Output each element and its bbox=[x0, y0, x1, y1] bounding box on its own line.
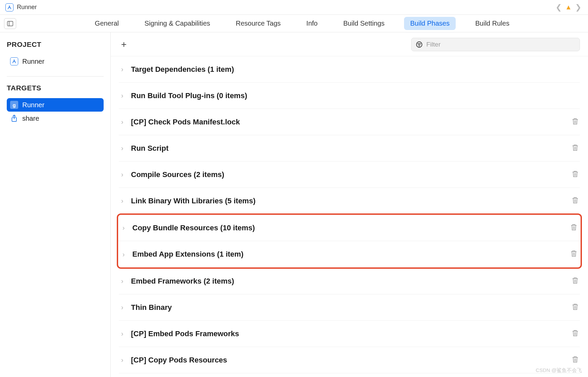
chevron-right-icon[interactable]: › bbox=[119, 330, 126, 338]
tab-build-phases[interactable]: Build Phases bbox=[404, 17, 456, 30]
chevron-right-icon[interactable]: › bbox=[119, 144, 126, 152]
phase-label: Thin Binary bbox=[131, 303, 565, 312]
app-icon bbox=[5, 3, 14, 11]
delete-phase-button[interactable] bbox=[570, 328, 580, 340]
build-phase-list: › Target Dependencies (1 item) › Run Bui… bbox=[111, 56, 588, 377]
tab-signing[interactable]: Signing & Capabilities bbox=[138, 17, 216, 30]
phase-label: Copy Bundle Resources (10 items) bbox=[132, 224, 564, 232]
delete-phase-button[interactable] bbox=[570, 195, 580, 207]
phase-run-build-tool-plugins[interactable]: › Run Build Tool Plug-ins (0 items) bbox=[119, 83, 580, 109]
filter-box[interactable] bbox=[411, 38, 580, 51]
targets-section-header: TARGETS bbox=[7, 84, 104, 92]
phase-label: Run Script bbox=[131, 144, 565, 153]
sidebar-item-label: Runner bbox=[22, 58, 45, 65]
tab-build-rules[interactable]: Build Rules bbox=[469, 17, 515, 30]
svg-rect-0 bbox=[7, 21, 13, 26]
title-right: ❮ ▲ ❯ bbox=[554, 3, 583, 12]
phase-run-script[interactable]: › Run Script bbox=[119, 135, 580, 162]
filter-bar: + bbox=[111, 32, 588, 56]
chevron-right-icon[interactable]: › bbox=[119, 118, 126, 126]
tab-bar: General Signing & Capabilities Resource … bbox=[0, 15, 588, 32]
tab-general[interactable]: General bbox=[89, 17, 125, 30]
sidebar-item-label: Runner bbox=[22, 101, 45, 109]
phase-embed-app-extensions[interactable]: › Embed App Extensions (1 item) bbox=[118, 241, 581, 267]
phase-compile-sources[interactable]: › Compile Sources (2 items) bbox=[119, 162, 580, 188]
phase-copy-bundle-resources[interactable]: › Copy Bundle Resources (10 items) bbox=[118, 215, 581, 241]
delete-phase-button[interactable] bbox=[570, 276, 580, 287]
delete-phase-button[interactable] bbox=[570, 116, 580, 128]
chevron-right-icon[interactable]: › bbox=[120, 224, 127, 232]
phase-label: Link Binary With Libraries (5 items) bbox=[131, 197, 565, 205]
watermark: CSDN @鲨鱼不会飞 bbox=[536, 367, 582, 374]
chevron-right-icon[interactable]: › bbox=[119, 65, 126, 73]
chevron-right-icon[interactable]: › bbox=[119, 303, 126, 311]
phase-label: Target Dependencies (1 item) bbox=[131, 65, 580, 74]
delete-phase-button[interactable] bbox=[570, 169, 580, 180]
chevron-right-icon[interactable]: › bbox=[119, 171, 126, 178]
phase-label: Embed Frameworks (2 items) bbox=[131, 277, 565, 286]
title-left: Runner bbox=[5, 3, 37, 11]
delete-phase-button[interactable] bbox=[570, 302, 580, 313]
phase-check-pods-manifest[interactable]: › [CP] Check Pods Manifest.lock bbox=[119, 109, 580, 135]
sidebar-item-label: share bbox=[22, 115, 39, 122]
title-bar: Runner ❮ ▲ ❯ bbox=[0, 0, 588, 15]
project-icon bbox=[10, 57, 18, 65]
filter-input[interactable] bbox=[426, 41, 576, 48]
project-section-header: PROJECT bbox=[7, 40, 104, 49]
phase-embed-frameworks[interactable]: › Embed Frameworks (2 items) bbox=[119, 268, 580, 294]
phase-label: [CP] Copy Pods Resources bbox=[131, 356, 565, 365]
sidebar: PROJECT Runner TARGETS g Runner share bbox=[0, 32, 111, 377]
tab-build-settings[interactable]: Build Settings bbox=[337, 17, 391, 30]
nav-forward-icon[interactable]: ❯ bbox=[574, 3, 583, 12]
phase-target-dependencies[interactable]: › Target Dependencies (1 item) bbox=[119, 56, 580, 83]
chevron-right-icon[interactable]: › bbox=[119, 356, 126, 364]
add-phase-button[interactable]: + bbox=[119, 39, 129, 50]
warning-icon[interactable]: ▲ bbox=[565, 3, 572, 11]
chevron-right-icon[interactable]: › bbox=[119, 277, 126, 285]
phase-label: [CP] Embed Pods Frameworks bbox=[131, 329, 565, 338]
sidebar-project-runner[interactable]: Runner bbox=[7, 55, 104, 68]
chevron-right-icon[interactable]: › bbox=[119, 197, 126, 205]
delete-phase-button[interactable] bbox=[570, 143, 580, 154]
delete-phase-button[interactable] bbox=[570, 354, 580, 366]
delete-phase-button[interactable] bbox=[569, 249, 579, 260]
chevron-right-icon[interactable]: › bbox=[119, 92, 126, 99]
phase-cp-embed-pods-frameworks[interactable]: › [CP] Embed Pods Frameworks bbox=[119, 321, 580, 347]
tab-resource-tags[interactable]: Resource Tags bbox=[230, 17, 287, 30]
highlight-annotation: › Copy Bundle Resources (10 items) › Emb… bbox=[117, 213, 582, 269]
nav-back-icon[interactable]: ❮ bbox=[554, 3, 563, 12]
chevron-right-icon[interactable]: › bbox=[120, 251, 127, 258]
tab-info[interactable]: Info bbox=[300, 17, 324, 30]
sidebar-target-share[interactable]: share bbox=[7, 112, 104, 125]
sidebar-toggle-button[interactable] bbox=[4, 18, 16, 29]
filter-icon bbox=[416, 41, 423, 48]
delete-phase-button[interactable] bbox=[569, 222, 579, 234]
phase-link-binary[interactable]: › Link Binary With Libraries (5 items) bbox=[119, 188, 580, 214]
phase-label: Embed App Extensions (1 item) bbox=[132, 250, 564, 259]
phase-thin-binary[interactable]: › Thin Binary bbox=[119, 294, 580, 321]
sidebar-target-runner[interactable]: g Runner bbox=[7, 98, 104, 112]
phase-cp-copy-pods-resources[interactable]: › [CP] Copy Pods Resources bbox=[119, 347, 580, 373]
share-icon bbox=[10, 114, 18, 122]
app-title: Runner bbox=[17, 4, 37, 11]
main-body: PROJECT Runner TARGETS g Runner share bbox=[0, 32, 588, 377]
phase-label: [CP] Check Pods Manifest.lock bbox=[131, 118, 565, 126]
sidebar-divider bbox=[7, 76, 104, 77]
phase-label: Run Build Tool Plug-ins (0 items) bbox=[131, 91, 580, 100]
target-app-icon: g bbox=[10, 101, 18, 109]
editor-tabs: General Signing & Capabilities Resource … bbox=[16, 17, 588, 30]
content-area: + › Target Dependencies (1 item) › Run B… bbox=[111, 32, 588, 377]
phase-label: Compile Sources (2 items) bbox=[131, 170, 565, 179]
